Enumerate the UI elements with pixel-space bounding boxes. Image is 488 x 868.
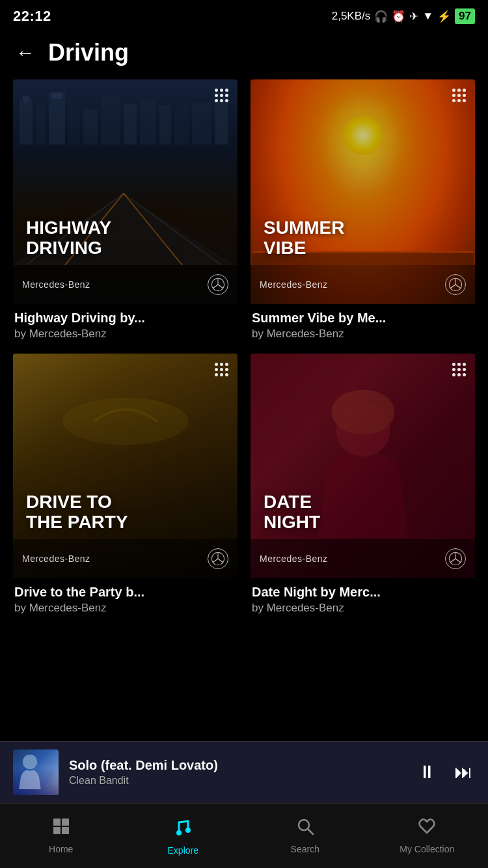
svg-rect-43 xyxy=(53,827,61,834)
card-date-night[interactable]: DATENIGHT Mercedes-Benz Date Night by Me… xyxy=(251,354,475,615)
card-party-info: Drive to the Party b... by Mercedes-Benz xyxy=(13,578,237,615)
collection-icon xyxy=(418,817,436,840)
card-party-footer: Mercedes-Benz xyxy=(13,539,237,578)
status-right: 2,5KB/s 🎧 ⏰ ✈ ▼ ⚡ 97 xyxy=(332,8,475,24)
mercedes-logo xyxy=(208,274,228,295)
card-highway-footer: Mercedes-Benz xyxy=(13,265,237,304)
card-date-title-overlay: DATENIGHT xyxy=(264,492,462,533)
card-date-image: DATENIGHT Mercedes-Benz xyxy=(251,354,475,578)
card-summer-image: SUMMERVIBE Mercedes-Benz xyxy=(251,79,475,304)
card-brand-label: Mercedes-Benz xyxy=(260,553,328,564)
home-icon xyxy=(52,817,70,840)
back-button[interactable]: ← xyxy=(16,42,35,64)
page-header: ← Driving xyxy=(0,33,488,79)
svg-line-27 xyxy=(450,285,455,288)
nav-home[interactable]: Home xyxy=(0,817,122,854)
battery-indicator: 97 xyxy=(455,8,475,24)
card-date-title: Date Night by Merc... xyxy=(252,585,474,600)
explore-icon xyxy=(172,816,193,841)
card-date-info: Date Night by Merc... by Mercedes-Benz xyxy=(251,578,475,615)
card-party-image: DRIVE TOTHE PARTY Mercedes-Benz xyxy=(13,354,237,578)
mercedes-logo xyxy=(208,548,228,569)
svg-line-28 xyxy=(455,285,461,288)
svg-line-21 xyxy=(213,285,218,288)
now-playing-bar[interactable]: Solo (feat. Demi Lovato) Clean Bandit ⏸ … xyxy=(0,741,488,803)
svg-point-48 xyxy=(176,830,182,835)
card-drive-party[interactable]: DRIVE TOTHE PARTY Mercedes-Benz Drive to… xyxy=(13,354,237,615)
mercedes-logo xyxy=(445,548,466,569)
card-summer-options-icon[interactable] xyxy=(452,89,466,102)
network-speed: 2,5KB/s xyxy=(332,10,371,23)
svg-line-33 xyxy=(218,559,223,563)
card-highway-image: HIGHWAYDRIVING Mercedes-Benz xyxy=(13,79,237,304)
now-playing-controls: ⏸ ⏭ xyxy=(415,761,475,784)
now-playing-title: Solo (feat. Demi Lovato) xyxy=(69,758,405,773)
nav-home-label: Home xyxy=(49,844,73,854)
card-summer-vibe[interactable]: SUMMERVIBE Mercedes-Benz Summer Vibe by … xyxy=(251,79,475,341)
status-time: 22:12 xyxy=(13,8,51,25)
card-summer-subtitle: by Mercedes-Benz xyxy=(252,328,474,341)
charging-icon: ⚡ xyxy=(437,10,451,23)
card-highway-info: Highway Driving by... by Mercedes-Benz xyxy=(13,304,237,341)
mercedes-star-icon xyxy=(211,277,225,292)
pause-button[interactable]: ⏸ xyxy=(415,761,439,784)
now-playing-artwork xyxy=(13,749,59,795)
album-art-figure-icon xyxy=(16,753,44,789)
card-options-icon[interactable] xyxy=(215,89,228,102)
headphones-icon: 🎧 xyxy=(374,10,388,23)
svg-line-38 xyxy=(450,559,455,563)
card-highway-driving[interactable]: HIGHWAYDRIVING Mercedes-Benz Highway Dri… xyxy=(13,79,237,341)
card-brand-label: Mercedes-Benz xyxy=(260,279,328,290)
mercedes-star-icon xyxy=(448,552,463,566)
svg-rect-42 xyxy=(62,819,69,826)
mercedes-star-icon xyxy=(448,277,463,292)
card-brand-label: Mercedes-Benz xyxy=(22,553,90,564)
svg-line-39 xyxy=(455,559,461,563)
nav-search-label: Search xyxy=(291,844,319,854)
wifi-icon: ▼ xyxy=(422,10,433,23)
card-highway-title-overlay: HIGHWAYDRIVING xyxy=(26,218,224,259)
card-date-options-icon[interactable] xyxy=(452,363,466,376)
nav-search[interactable]: Search xyxy=(244,817,366,854)
card-summer-title-overlay: SUMMERVIBE xyxy=(264,218,462,259)
svg-line-22 xyxy=(218,285,223,288)
svg-point-40 xyxy=(23,755,37,769)
card-party-options-icon[interactable] xyxy=(215,363,228,376)
mercedes-star-icon xyxy=(211,552,225,566)
card-party-subtitle: by Mercedes-Benz xyxy=(14,602,236,615)
mercedes-logo xyxy=(445,274,466,295)
alarm-icon: ⏰ xyxy=(392,10,405,23)
card-party-title-overlay: DRIVE TOTHE PARTY xyxy=(26,492,224,533)
card-date-footer: Mercedes-Benz xyxy=(251,539,475,578)
search-icon xyxy=(296,817,314,840)
bottom-navigation: Home Explore Search xyxy=(0,803,488,868)
now-playing-info: Solo (feat. Demi Lovato) Clean Bandit xyxy=(69,758,405,787)
nav-collection[interactable]: My Collection xyxy=(366,817,489,854)
nav-collection-label: My Collection xyxy=(400,844,454,854)
card-highway-title: Highway Driving by... xyxy=(14,311,236,326)
page-title: Driving xyxy=(48,39,129,66)
next-button[interactable]: ⏭ xyxy=(452,761,475,784)
card-highway-subtitle: by Mercedes-Benz xyxy=(14,328,236,341)
playlist-grid: HIGHWAYDRIVING Mercedes-Benz Highway Dri… xyxy=(0,79,488,628)
card-summer-info: Summer Vibe by Me... by Mercedes-Benz xyxy=(251,304,475,341)
svg-rect-41 xyxy=(53,819,61,826)
status-bar: 22:12 2,5KB/s 🎧 ⏰ ✈ ▼ ⚡ 97 xyxy=(0,0,488,33)
card-brand-label: Mercedes-Benz xyxy=(22,279,90,290)
svg-line-32 xyxy=(213,559,218,563)
card-summer-title: Summer Vibe by Me... xyxy=(252,311,474,326)
card-summer-footer: Mercedes-Benz xyxy=(251,265,475,304)
svg-line-51 xyxy=(308,829,313,834)
nav-explore[interactable]: Explore xyxy=(122,816,245,856)
svg-line-46 xyxy=(179,821,188,822)
nav-explore-label: Explore xyxy=(168,845,198,856)
now-playing-artist: Clean Bandit xyxy=(69,775,405,787)
svg-point-49 xyxy=(185,828,191,833)
card-party-title: Drive to the Party b... xyxy=(14,585,236,600)
airplane-icon: ✈ xyxy=(409,10,418,23)
card-date-subtitle: by Mercedes-Benz xyxy=(252,602,474,615)
svg-rect-44 xyxy=(62,827,69,834)
